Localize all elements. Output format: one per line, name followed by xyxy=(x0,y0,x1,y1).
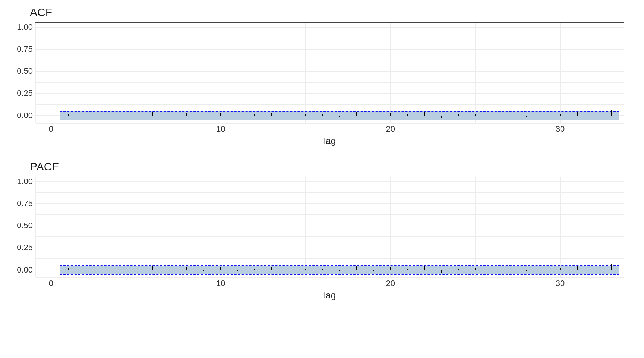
gridline-horizontal xyxy=(36,181,624,182)
x-tick-label: 20 xyxy=(386,124,395,134)
correlation-bar xyxy=(407,114,408,115)
gridline-horizontal xyxy=(36,49,624,49)
correlation-bar xyxy=(254,114,255,115)
correlation-bar xyxy=(322,114,323,115)
gridline-horizontal xyxy=(36,226,624,226)
correlation-bar xyxy=(560,268,561,270)
correlation-bar xyxy=(509,269,509,270)
correlation-bar xyxy=(611,110,612,115)
gridline-horizontal xyxy=(36,236,624,237)
correlation-bar xyxy=(220,267,221,270)
correlation-bar xyxy=(237,116,238,116)
correlation-bar xyxy=(85,270,85,271)
correlation-bar xyxy=(611,264,612,270)
correlation-bar xyxy=(475,268,476,270)
y-tick-label: 0.75 xyxy=(17,44,33,54)
correlation-bar xyxy=(254,269,255,270)
confidence-line xyxy=(60,120,620,120)
gridline-horizontal xyxy=(36,258,624,259)
correlation-bar xyxy=(271,267,272,270)
acf-plot-title: ACF xyxy=(30,6,52,19)
correlation-bar xyxy=(543,269,543,270)
correlation-bar xyxy=(526,116,527,117)
correlation-bar xyxy=(186,113,187,116)
correlation-bar xyxy=(271,113,272,116)
y-tick-label: 0.50 xyxy=(17,66,33,76)
gridline-horizontal xyxy=(36,27,624,27)
correlation-bar xyxy=(85,116,85,116)
correlation-bar xyxy=(170,116,170,119)
pacf-plot-panel: 0.000.250.500.751.000102030 xyxy=(35,177,624,277)
x-tick-label: 0 xyxy=(49,279,53,288)
correlation-bar xyxy=(305,114,306,115)
correlation-bar xyxy=(390,113,391,116)
x-tick-label: 30 xyxy=(556,279,565,288)
correlation-bar xyxy=(475,114,476,116)
correlation-bar xyxy=(458,114,459,115)
correlation-bar xyxy=(288,270,289,270)
correlation-bar xyxy=(152,112,153,115)
correlation-bar xyxy=(119,116,119,116)
correlation-bar xyxy=(186,267,187,270)
x-tick-label: 30 xyxy=(556,124,565,134)
correlation-bar xyxy=(203,116,204,116)
correlation-bar xyxy=(322,269,323,270)
y-tick-label: 0.75 xyxy=(17,199,33,208)
gridline-horizontal xyxy=(36,123,624,123)
gridline-horizontal xyxy=(36,192,624,193)
correlation-bar xyxy=(68,268,69,270)
correlation-bar xyxy=(136,269,136,270)
gridline-horizontal xyxy=(36,277,624,278)
correlation-bar xyxy=(152,266,153,270)
y-tick-label: 0.00 xyxy=(17,111,33,120)
correlation-bar xyxy=(577,266,578,270)
x-axis-label: lag xyxy=(324,136,336,146)
gridline-horizontal xyxy=(36,214,624,215)
correlation-bar xyxy=(356,266,357,270)
x-axis-label: lag xyxy=(324,290,336,301)
gridline-horizontal xyxy=(36,93,624,94)
x-tick-label: 20 xyxy=(386,279,395,288)
correlation-bar xyxy=(288,116,289,116)
x-tick-label: 0 xyxy=(49,124,53,134)
y-tick-label: 0.00 xyxy=(17,265,33,275)
correlation-bar xyxy=(577,112,578,115)
confidence-line xyxy=(60,111,620,112)
confidence-line xyxy=(60,274,620,275)
correlation-bar xyxy=(492,116,493,116)
pacf-plot-title: PACF xyxy=(30,160,59,173)
y-tick-label: 1.00 xyxy=(17,177,33,186)
correlation-bar xyxy=(509,114,509,115)
correlation-bar xyxy=(407,269,408,270)
correlation-bar xyxy=(102,114,102,116)
correlation-bar xyxy=(560,114,561,116)
correlation-bar xyxy=(424,266,425,270)
gridline-horizontal xyxy=(36,248,624,248)
correlation-bar xyxy=(136,114,136,115)
x-tick-label: 10 xyxy=(216,124,225,134)
correlation-bar xyxy=(170,270,170,273)
correlation-bar xyxy=(102,268,102,270)
correlation-bar xyxy=(594,270,594,273)
correlation-bar xyxy=(305,269,306,270)
correlation-bar xyxy=(373,116,374,116)
correlation-bar xyxy=(492,270,493,270)
y-tick-label: 0.50 xyxy=(17,221,33,230)
gridline-horizontal xyxy=(36,60,624,60)
confidence-line xyxy=(60,265,620,266)
gridline-horizontal xyxy=(36,71,624,72)
x-tick-label: 10 xyxy=(216,279,225,288)
gridline-horizontal xyxy=(36,104,624,104)
correlation-bar xyxy=(390,267,391,270)
correlation-bar xyxy=(526,270,527,272)
gridline-horizontal xyxy=(36,82,624,82)
correlation-bar xyxy=(441,270,442,273)
gridline-horizontal xyxy=(36,38,624,38)
correlation-bar xyxy=(594,116,594,119)
correlation-bar xyxy=(237,270,238,271)
gridline-horizontal xyxy=(36,203,624,204)
correlation-bar xyxy=(203,270,204,271)
correlation-bar xyxy=(339,116,340,117)
correlation-bar xyxy=(424,112,425,115)
correlation-bar xyxy=(373,270,374,271)
